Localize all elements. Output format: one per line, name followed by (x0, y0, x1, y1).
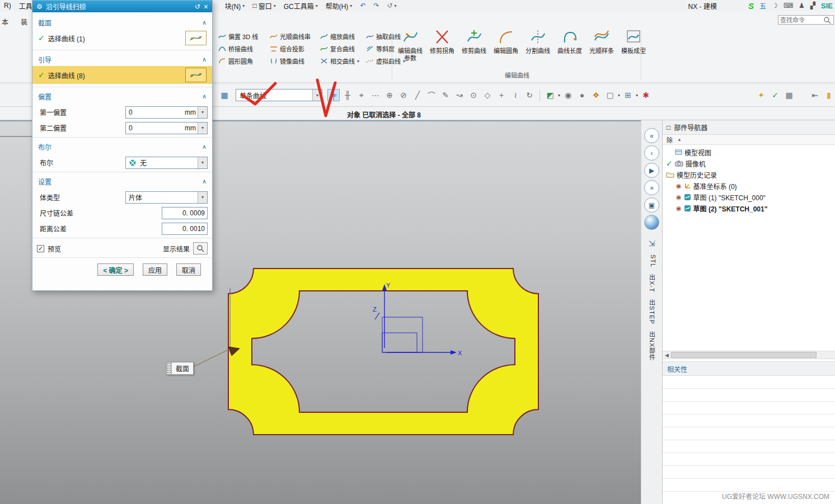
scrollbar-track[interactable] (671, 351, 835, 359)
selection-scope-icon[interactable]: ⌖ (355, 89, 368, 101)
visibility-icon[interactable]: ◉ (676, 194, 682, 201)
ribbon-mirror-curve-button[interactable]: 镜像曲线 (270, 55, 319, 67)
visibility-icon[interactable]: ◉ (676, 182, 682, 190)
ribbon-composite-curve-button[interactable]: 复合曲线 (320, 43, 365, 55)
bulb-icon[interactable]: ✦ (755, 89, 767, 101)
ok-button[interactable]: < 确定 > (97, 263, 134, 276)
menu-partial[interactable]: R) (0, 0, 15, 11)
ribbon-combined-projection-button[interactable]: 组合投影 (270, 43, 319, 55)
chevron-down-icon[interactable]: ▾ (198, 192, 207, 203)
close-icon[interactable]: × (204, 2, 208, 11)
spline-snap-icon[interactable]: ↝ (453, 89, 466, 101)
ribbon-smooth-curve-string-button[interactable]: 光顺曲线串 (270, 30, 319, 43)
ribbon-divide-curve-button[interactable]: 分割曲线 (523, 28, 553, 62)
view-window-icon[interactable]: ▢ (604, 89, 616, 101)
tree-item-sketch-000[interactable]: ◉ 草图 (1) "SKETCH_000" (663, 191, 835, 202)
diamond-snap-icon[interactable]: ◇ (481, 89, 494, 101)
ribbon-tab-partial-a[interactable]: 本 (2, 17, 8, 26)
ribbon-bridge-curve-button[interactable]: 桥接曲线 (218, 43, 269, 55)
tree-item-cameras[interactable]: ✓ 摄像机 (663, 158, 835, 169)
view-palette-icon[interactable]: ❖ (590, 89, 602, 101)
second-offset-value[interactable]: 0 (126, 124, 183, 132)
visibility-icon[interactable]: ◉ (676, 205, 682, 212)
more-options-icon[interactable]: ⋯ (369, 89, 382, 101)
navigator-horizontal-scrollbar[interactable]: ◀ (663, 351, 835, 359)
export-tab-xt[interactable]: 出X-T (648, 274, 656, 293)
refresh-snap-icon[interactable]: ↻ (523, 89, 536, 101)
chevron-down-icon[interactable]: ▾ (618, 93, 620, 98)
tree-item-datum-csys[interactable]: ◉ 基准坐标系 (0) (663, 180, 835, 191)
cancel-button[interactable]: 取消 (176, 263, 201, 276)
undo-button[interactable]: ↶ (356, 0, 369, 11)
section-header-section[interactable]: 截面 ∧ (37, 16, 208, 29)
keyboard-icon[interactable]: ⌨ (784, 2, 793, 10)
section-tag[interactable]: 截面 (166, 362, 194, 375)
body-type-combobox[interactable]: 片体 ▾ (125, 191, 208, 204)
chevron-down-icon[interactable]: ▾ (558, 93, 560, 98)
chevron-up-icon[interactable]: ∧ (202, 143, 207, 150)
ime-logo-icon[interactable]: S (748, 1, 754, 11)
redo-button[interactable]: ↷ (369, 0, 383, 11)
export-tab-stl[interactable]: STL (648, 255, 656, 267)
chevron-up-icon[interactable]: ∧ (202, 56, 207, 63)
chevron-down-icon[interactable]: ▾ (198, 123, 207, 134)
render-style-icon[interactable]: ✱ (640, 89, 652, 101)
chevron-down-icon[interactable]: ▾ (198, 157, 207, 168)
curve-rule-combobox[interactable]: 单条曲线 ▾ (236, 89, 322, 101)
tree-item-sketch-001[interactable]: ◉ 草图 (2) "SKETCH_001" (663, 202, 835, 214)
grid-icon[interactable]: ▞ (810, 2, 815, 10)
section-header-settings[interactable]: 设置 ∧ (37, 175, 208, 188)
dependencies-header[interactable]: 相关性 (663, 361, 835, 376)
chevron-up-icon[interactable]: ∧ (202, 178, 207, 185)
ribbon-template-forming-button[interactable]: 模板成型 (618, 28, 649, 62)
ribbon-scale-curve-button[interactable]: 缩放曲线 (320, 30, 365, 43)
chevron-down-icon[interactable]: ▾ (636, 93, 638, 98)
repeat-command-button[interactable]: ↺▾ (383, 0, 401, 11)
navigator-column-header[interactable]: 除 ▲ (663, 135, 835, 145)
menu-window[interactable]: □窗口▾ (248, 0, 279, 11)
select-guide-curve-row[interactable]: ✓ 选择曲线 (8) (32, 66, 212, 84)
show-result-button[interactable] (193, 242, 208, 255)
menu-gc-toolbox[interactable]: GC工具箱▾ (280, 0, 322, 11)
orange-tile-icon[interactable]: ▮ (823, 89, 835, 101)
ribbon-offset-3d-curve-button[interactable]: 偏置 3D 线 (218, 30, 269, 43)
plus-snap-icon[interactable]: + (495, 89, 508, 101)
dialog-titlebar[interactable]: ⚙ 沿引导线扫掠 ↺ × (32, 1, 212, 12)
tree-item-model-history[interactable]: 模型历史记录 (663, 169, 835, 180)
material-sphere-button[interactable] (644, 215, 659, 230)
user-icon[interactable]: ♟ (799, 2, 805, 10)
curve-select-button[interactable] (185, 68, 207, 82)
pencil-snap-icon[interactable]: ✎ (439, 89, 452, 101)
view-sphere-icon[interactable]: ● (576, 89, 588, 101)
scroll-left-icon[interactable]: ◀ (663, 352, 671, 358)
second-offset-input[interactable]: 0 mm ▾ (125, 122, 208, 134)
view-shaded-icon[interactable]: ◉ (562, 89, 574, 101)
section-header-guide[interactable]: 引导 ∧ (37, 53, 208, 66)
ribbon-trim-corner-button[interactable]: 修剪拐角 (427, 28, 457, 62)
film-view-button[interactable]: ▣ (644, 197, 659, 213)
ribbon-group-label[interactable]: 编辑曲线 (395, 70, 639, 79)
first-offset-input[interactable]: 0 mm ▾ (125, 106, 208, 119)
snap-grid-icon[interactable]: ▦ (218, 89, 231, 101)
ribbon-edit-curve-parameters-button[interactable]: 编辑曲线参数 (395, 28, 425, 62)
distance-tolerance-input[interactable]: 0. 0010 (162, 223, 208, 235)
chevron-down-icon[interactable]: ▾ (198, 107, 207, 118)
preview-checkbox[interactable]: ✓ (37, 245, 44, 252)
center-snap-icon[interactable]: ⊙ (467, 89, 480, 101)
curve-select-button[interactable] (185, 31, 207, 45)
section-header-offset[interactable]: 偏置 ∧ (37, 90, 208, 103)
previous-view-button[interactable]: ‹ (644, 145, 659, 161)
view-layout-icon[interactable]: ⊞ (622, 89, 634, 101)
ribbon-intersect-curve-button[interactable]: 相交曲线▾ (320, 55, 365, 67)
moon-icon[interactable]: ☽ (772, 2, 778, 10)
select-section-curve-row[interactable]: ✓ 选择曲线 (1) (37, 29, 208, 47)
wave-snap-icon[interactable]: ≀ (509, 89, 522, 101)
ime-mode-icon[interactable]: 五 (759, 1, 766, 11)
dependencies-list[interactable] (663, 376, 835, 504)
next-view-button[interactable]: » (644, 180, 659, 195)
follow-fillet-icon[interactable]: ╫ (341, 89, 354, 101)
no-snap-icon[interactable]: ⊘ (397, 89, 410, 101)
chevron-down-icon[interactable]: ▾ (312, 90, 322, 101)
export-tab-step[interactable]: 出STEP (648, 299, 656, 324)
search-icon[interactable] (823, 16, 831, 24)
